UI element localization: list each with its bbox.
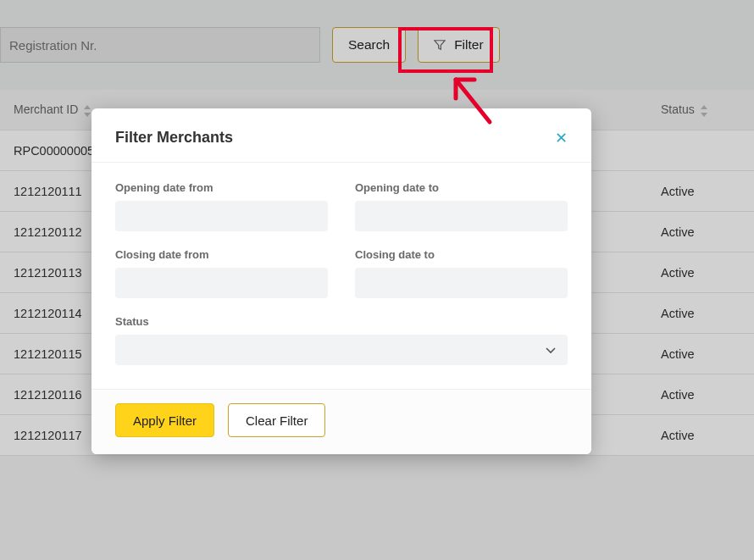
modal-footer: Apply Filter Clear Filter (91, 389, 591, 454)
cell-merchant-id: 1212120115 (0, 347, 102, 361)
modal-close-button[interactable]: ✕ (555, 130, 568, 146)
opening-date-from-input[interactable] (115, 201, 328, 231)
funnel-icon (434, 39, 446, 51)
modal-title: Filter Merchants (115, 129, 233, 147)
col-merchant-id-label: Merchant ID (14, 103, 78, 116)
filter-button-label: Filter (454, 37, 483, 53)
cell-merchant-id: 1212120116 (0, 388, 102, 402)
opening-date-to-label: Opening date to (355, 181, 568, 194)
opening-date-from-label: Opening date from (115, 181, 328, 194)
sort-icon (81, 103, 91, 116)
status-field: Status (115, 315, 568, 365)
cell-merchant-id: RPC00000005 (0, 144, 102, 158)
col-status[interactable]: Status (661, 103, 754, 116)
closing-date-to-input[interactable] (355, 268, 568, 298)
search-button[interactable]: Search (332, 27, 406, 63)
filter-button[interactable]: Filter (418, 27, 499, 63)
closing-date-to-field: Closing date to (355, 248, 568, 298)
modal-header: Filter Merchants ✕ (91, 108, 591, 163)
closing-date-from-label: Closing date from (115, 248, 328, 261)
cell-merchant-id: 1212120114 (0, 307, 102, 320)
opening-date-to-input[interactable] (355, 201, 568, 231)
cell-status: Active (661, 185, 754, 198)
status-label: Status (115, 315, 568, 328)
registration-input[interactable] (0, 27, 320, 63)
close-icon: ✕ (555, 130, 568, 147)
cell-status: Active (661, 307, 754, 320)
clear-filter-button[interactable]: Clear Filter (228, 403, 325, 437)
apply-filter-button[interactable]: Apply Filter (115, 403, 214, 437)
status-select[interactable] (115, 335, 568, 365)
opening-date-from-field: Opening date from (115, 181, 328, 231)
opening-date-to-field: Opening date to (355, 181, 568, 231)
closing-date-from-field: Closing date from (115, 248, 328, 298)
modal-body: Opening date from Opening date to Closin… (91, 163, 591, 389)
closing-date-from-input[interactable] (115, 268, 328, 298)
sort-icon (698, 103, 708, 116)
cell-status: Active (661, 225, 754, 239)
closing-date-to-label: Closing date to (355, 248, 568, 261)
cell-status: Active (661, 347, 754, 361)
cell-status: Active (661, 266, 754, 280)
cell-status: Active (661, 388, 754, 402)
cell-merchant-id: 1212120112 (0, 225, 102, 239)
col-status-label: Status (661, 103, 695, 116)
cell-merchant-id: 1212120117 (0, 429, 102, 442)
filter-merchants-modal: Filter Merchants ✕ Opening date from Ope… (91, 108, 591, 454)
search-bar: Search Filter (0, 0, 754, 90)
col-merchant-id[interactable]: Merchant ID (0, 103, 102, 116)
cell-merchant-id: 1212120113 (0, 266, 102, 280)
cell-merchant-id: 1212120111 (0, 185, 102, 198)
cell-status: Active (661, 429, 754, 442)
